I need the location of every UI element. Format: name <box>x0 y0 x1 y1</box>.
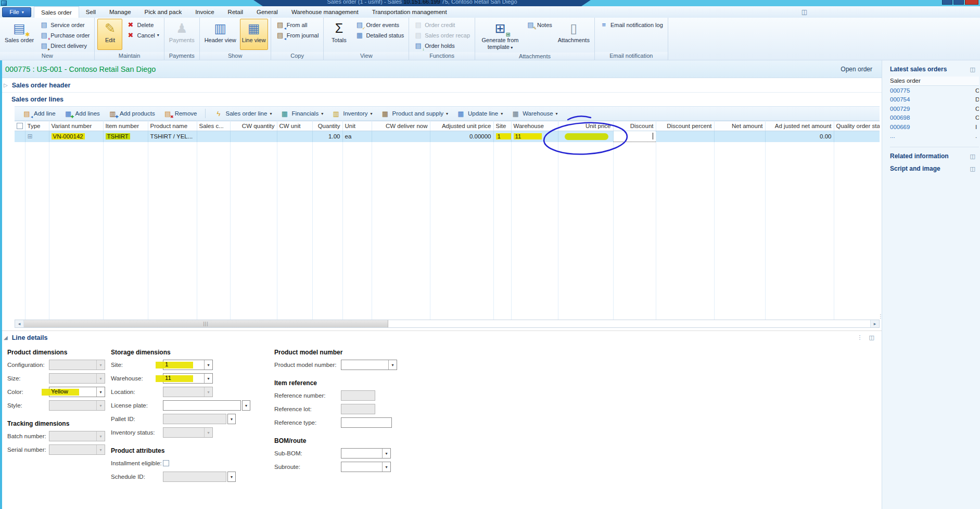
toolbar-button-add-lines[interactable]: ▦✚Add lines <box>60 108 104 119</box>
column-header-variant-number[interactable]: Variant number <box>49 121 103 131</box>
column-header-product-name[interactable]: Product name <box>148 121 197 131</box>
scrollbar-track[interactable]: ||| <box>24 320 870 327</box>
sales-order-line-row[interactable]: ⊞VN-000142TSHIRTTSHIRT / YEL...1.00ea0.0… <box>15 131 880 142</box>
toolbar-button-financials[interactable]: ▦Financials▾ <box>276 108 327 119</box>
combo-sub-bom[interactable]: ▾ <box>341 448 391 459</box>
close-button[interactable] <box>965 0 978 5</box>
toolbar-button-sales-order-line[interactable]: ϟSales order line▾ <box>210 108 275 119</box>
toolbar-button-remove[interactable]: ▤✖Remove <box>160 108 201 119</box>
factbox-section-script-and-image[interactable]: Script and image◫ <box>890 165 979 172</box>
input-reference-lot[interactable] <box>341 404 375 414</box>
dropdown-arrow-icon[interactable]: ▾ <box>96 401 105 410</box>
toolbar-button-add-products[interactable]: ▥✚Add products <box>105 108 159 119</box>
column-header-unit-price[interactable]: Unit price <box>558 121 613 131</box>
maximize-button[interactable] <box>953 0 964 5</box>
cell-cw-unit[interactable] <box>277 131 312 142</box>
panel-splitter-dots-icon[interactable]: ⋮ <box>878 314 883 319</box>
input-reference-type[interactable] <box>341 417 392 428</box>
ribbon-button-from-journal[interactable]: ▤◂From journal <box>274 30 321 40</box>
dropdown-arrow-icon[interactable]: ▾ <box>388 360 397 370</box>
column-header-sales-category[interactable]: Sales c... <box>197 121 230 131</box>
input-reference-number[interactable] <box>341 390 375 401</box>
empty-grid-area[interactable] <box>15 142 880 320</box>
input-license-plate[interactable] <box>163 400 241 411</box>
toolbar-button-product-and-supply[interactable]: ▦Product and supply▾ <box>377 108 452 119</box>
tab-invoice[interactable]: Invoice <box>188 6 221 18</box>
input-schedule-id[interactable] <box>163 472 226 482</box>
column-header-warehouse[interactable]: Warehouse <box>511 121 558 131</box>
input-pallet-id[interactable] <box>163 414 226 424</box>
dropdown-arrow-icon[interactable]: ▾ <box>204 428 212 437</box>
combo-subroute[interactable]: ▾ <box>341 462 391 472</box>
ribbon-button-generate-from-template[interactable]: ⊞⊞Generate from template ▾ <box>478 19 523 52</box>
splitter-dots-icon[interactable]: ⋮ <box>857 334 863 341</box>
dropdown-arrow-icon[interactable]: ▾ <box>96 387 105 397</box>
combo-site[interactable]: 1▾ <box>163 360 213 370</box>
column-header-net-amount[interactable]: Net amount <box>714 121 765 131</box>
combo-warehouse[interactable]: 11▾ <box>163 373 213 384</box>
ribbon-button-line-view[interactable]: ▦Line view <box>240 19 268 50</box>
ribbon-button-email-notification-log[interactable]: ≡Email notification log <box>597 20 665 30</box>
tab-sell[interactable]: Sell <box>79 6 103 18</box>
column-header-site[interactable]: Site <box>493 121 511 131</box>
sales-order-link-000698[interactable]: 000698 <box>890 114 910 121</box>
panel-small-icon[interactable]: ◫ <box>970 166 975 172</box>
column-header-cw-deliver-now[interactable]: CW deliver now <box>372 121 430 131</box>
cell-adjusted-net-amount[interactable]: 0.00 <box>765 131 834 142</box>
dropdown-arrow-icon[interactable]: ▾ <box>96 431 105 441</box>
tab-manage[interactable]: Manage <box>103 6 138 18</box>
ribbon-button-sales-order-recap[interactable]: ▤Sales order recap <box>412 30 472 40</box>
dropdown-arrow-icon[interactable]: ▾ <box>204 374 212 383</box>
toolbar-button-inventory[interactable]: ▥Inventory▾ <box>328 108 376 119</box>
panel-toggle-icon[interactable]: ◫ <box>869 334 874 341</box>
cell-net-amount[interactable] <box>714 131 765 142</box>
combo-product-model-number[interactable]: ▾ <box>341 360 397 370</box>
ribbon-button-detailed-status[interactable]: ▦Detailed status <box>353 30 406 40</box>
cell-cw-deliver-now[interactable] <box>372 131 430 142</box>
cell-warehouse[interactable]: 11 <box>511 131 558 142</box>
column-header-item-number[interactable]: Item number <box>103 121 148 131</box>
select-all-checkbox[interactable] <box>17 123 23 129</box>
dropdown-arrow-icon[interactable]: ▾ <box>96 360 105 370</box>
dropdown-arrow-icon[interactable]: ▾ <box>382 449 390 458</box>
toolbar-button-warehouse[interactable]: ▦Warehouse▾ <box>507 108 561 119</box>
sales-order-link-[interactable]: ... <box>890 133 895 139</box>
cell-type[interactable]: ⊞ <box>25 131 49 142</box>
combo-batch-number[interactable]: ▾ <box>49 431 105 441</box>
fasttab-sales-order-header[interactable]: ▷ Sales order header <box>0 78 882 93</box>
ribbon-button-cancel[interactable]: ✖Cancel▾ <box>124 30 161 40</box>
ribbon-button-sales-order[interactable]: ▤✱Sales order <box>3 19 36 50</box>
file-menu-button[interactable]: File ▾ <box>2 7 31 17</box>
combo-color[interactable]: Yellow▾ <box>49 387 105 397</box>
sales-order-link-000754[interactable]: 000754 <box>890 96 910 103</box>
horizontal-scrollbar[interactable]: ◂ ||| ▸ <box>15 320 880 328</box>
cell-unit-price[interactable] <box>558 131 613 142</box>
column-header-cw-unit[interactable]: CW unit <box>277 121 312 131</box>
tab-transportation-management[interactable]: Transportation management <box>365 6 454 18</box>
minimize-button[interactable] <box>942 0 952 5</box>
ribbon-button-payments[interactable]: ♟Payments <box>167 19 197 50</box>
column-header-select[interactable] <box>15 121 25 131</box>
cell-item-number[interactable]: TSHIRT <box>103 131 148 142</box>
cell-select[interactable] <box>15 131 25 142</box>
tab-pick-and-pack[interactable]: Pick and pack <box>138 6 189 18</box>
scrollbar-thumb[interactable]: ||| <box>24 320 388 327</box>
factbox-section-related-information[interactable]: Related information◫ <box>890 152 979 160</box>
cell-discount[interactable] <box>613 131 656 142</box>
combo-size[interactable]: ▾ <box>49 373 105 384</box>
lookup-arrow-button[interactable]: ▾ <box>227 414 236 424</box>
cell-sales-category[interactable] <box>197 131 230 142</box>
ribbon-button-edit[interactable]: ✎Edit <box>97 19 122 50</box>
ribbon-button-service-order[interactable]: ▤Service order <box>37 20 92 30</box>
cell-product-name[interactable]: TSHIRT / YEL... <box>148 131 197 142</box>
factbox-menu-icon[interactable]: ◫ <box>970 66 975 73</box>
ribbon-button-header-view[interactable]: ▥Header view <box>202 19 238 50</box>
cell-quality-order-status[interactable] <box>834 131 880 142</box>
dropdown-arrow-icon[interactable]: ▾ <box>204 387 212 397</box>
cell-adjusted-unit-price[interactable]: 0.00000 <box>430 131 493 142</box>
scroll-left-icon[interactable]: ◂ <box>15 320 24 327</box>
column-header-quantity[interactable]: Quantity <box>312 121 342 131</box>
combo-style[interactable]: ▾ <box>49 400 105 411</box>
lookup-arrow-button[interactable]: ▾ <box>242 400 250 411</box>
column-header-discount-percent[interactable]: Discount percent <box>656 121 714 131</box>
